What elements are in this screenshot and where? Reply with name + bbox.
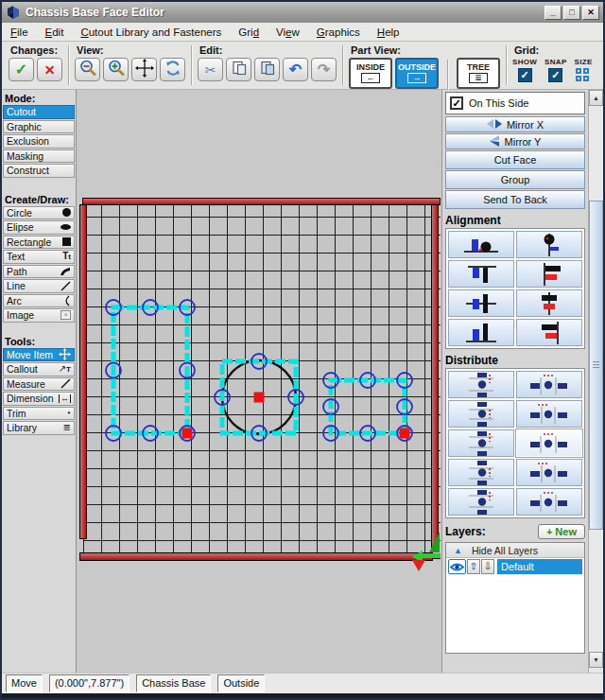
scroll-up-button[interactable]: ▲: [589, 90, 603, 106]
cut-button[interactable]: ✂: [198, 58, 223, 81]
mode-item-construct[interactable]: Construct: [3, 164, 75, 178]
mirror-y-button[interactable]: Mirror Y: [445, 133, 585, 149]
close-button[interactable]: ✕: [582, 6, 599, 20]
menu-item-graphics[interactable]: Graphics: [308, 25, 369, 40]
tool-item-library[interactable]: Library≣: [3, 421, 75, 435]
distribute-bottom-edges-button[interactable]: [448, 459, 514, 486]
new-layer-button[interactable]: + New: [538, 524, 585, 539]
distribute-centers-horizontal-button[interactable]: [516, 429, 582, 457]
align-right-edge-button[interactable]: [516, 319, 582, 346]
draw-item-elipse[interactable]: Elipse: [3, 220, 75, 235]
draw-item-label: Image: [7, 310, 34, 321]
layer-move-down-button[interactable]: ⇩: [481, 559, 494, 574]
copy-button[interactable]: [254, 58, 280, 81]
layers-panel: ▲ Hide All Layers ⇧ ⇩ Default: [445, 542, 585, 654]
anchor-marker[interactable]: [400, 429, 410, 439]
layer-visibility-button[interactable]: [448, 559, 466, 574]
menu-item-grid[interactable]: Grid: [230, 25, 268, 40]
paste-button[interactable]: [226, 58, 251, 81]
toolbar-group-edit: Edit: ✂ ↶ ↷: [198, 44, 337, 87]
tool-item-measure[interactable]: Measure: [3, 377, 75, 392]
align-bottom-line-button[interactable]: [448, 231, 514, 258]
draw-item-rectangle[interactable]: Rectangle: [3, 236, 75, 250]
canvas[interactable]: [77, 90, 441, 673]
anchor-marker[interactable]: [182, 429, 193, 439]
align-left-edge-button[interactable]: [516, 260, 582, 288]
grid-show-label: SHOW: [512, 58, 537, 66]
mode-item-graphic[interactable]: Graphic: [3, 120, 75, 134]
arc-icon: [62, 295, 71, 306]
maximize-button[interactable]: □: [563, 6, 580, 20]
distribute-horizontal-spacing-button[interactable]: [516, 400, 582, 428]
cancel-changes-button[interactable]: ✕: [37, 58, 62, 81]
create-draw-header: Create/Draw:: [3, 193, 75, 206]
distribute-left-edges-button[interactable]: [516, 371, 582, 398]
layer-move-up-button[interactable]: ⇧: [467, 559, 480, 574]
draw-item-image[interactable]: Image×: [3, 308, 75, 323]
zoom-out-button[interactable]: [75, 58, 100, 81]
on-this-side-row[interactable]: ✓ On This Side: [445, 92, 585, 114]
circle-cutout[interactable]: [215, 354, 303, 441]
tree-icon: ≣: [469, 73, 488, 83]
align-middle-line-button[interactable]: [448, 289, 514, 317]
outside-view-button[interactable]: OUTSIDE →: [395, 58, 439, 89]
align-above-line-button[interactable]: [448, 319, 514, 346]
rectangle-icon: [62, 237, 71, 246]
distribute-right-edges-button[interactable]: [516, 459, 582, 486]
zoom-in-button[interactable]: [103, 58, 129, 81]
undo-button[interactable]: ↶: [283, 58, 308, 81]
align-hang-top-button[interactable]: [448, 260, 514, 288]
rect-cutout-3[interactable]: [323, 373, 412, 441]
tree-view-button[interactable]: TREE ≣: [457, 58, 500, 89]
grid-size-button[interactable]: [576, 68, 591, 83]
layer-row[interactable]: ⇧ ⇩ Default: [446, 558, 584, 575]
draw-item-path[interactable]: Path: [3, 265, 75, 279]
tool-item-callout[interactable]: Callout↗T: [3, 362, 75, 376]
tool-item-move-item[interactable]: Move Item: [3, 348, 75, 362]
align-top-point-button[interactable]: [516, 231, 582, 258]
minimize-button[interactable]: _: [544, 6, 562, 20]
draw-item-line[interactable]: Line: [3, 279, 75, 293]
group-button[interactable]: Group: [445, 170, 585, 189]
scrollbar-thumb[interactable]: [589, 201, 603, 530]
apply-changes-button[interactable]: ✓: [9, 58, 34, 81]
align-center-line-button[interactable]: [516, 289, 582, 317]
menu-item-edit[interactable]: Edit: [37, 25, 73, 40]
menu-item-view[interactable]: View: [268, 25, 308, 40]
draw-item-text[interactable]: TextTt: [3, 250, 75, 264]
scroll-down-button[interactable]: ▼: [589, 652, 603, 668]
menu-item-cutout[interactable]: Cutout Library and Fasteners: [72, 25, 230, 40]
rect-cutout-1[interactable]: [106, 300, 195, 441]
right-panel-scrollbar[interactable]: ▲ ▼: [588, 90, 603, 673]
grid-size-label: SIZE: [575, 58, 593, 66]
mirror-x-button[interactable]: Mirror X: [445, 116, 585, 132]
canvas-shapes[interactable]: [77, 90, 441, 673]
mode-item-cutout[interactable]: Cutout: [3, 105, 75, 119]
grid-snap-checkbox[interactable]: ✓: [548, 68, 562, 82]
on-this-side-checkbox[interactable]: ✓: [450, 96, 463, 110]
distribute-top-edges-button[interactable]: [448, 371, 514, 398]
distribute-vertical-spacing-button[interactable]: [448, 400, 514, 428]
layer-name[interactable]: Default: [497, 559, 582, 574]
menu-item-help[interactable]: Help: [369, 25, 408, 40]
menu-item-file[interactable]: File: [2, 25, 37, 40]
mode-item-masking[interactable]: Masking: [3, 149, 75, 164]
redo-button[interactable]: ↷: [311, 58, 337, 81]
anchor-marker[interactable]: [254, 393, 265, 403]
cut-face-button[interactable]: Cut Face: [445, 150, 585, 169]
distribute-vertical-gaps-button[interactable]: [448, 488, 514, 516]
draw-item-circle[interactable]: Circle: [3, 206, 75, 220]
refresh-button[interactable]: [160, 58, 185, 81]
tool-item-trim[interactable]: Trim◔: [3, 407, 75, 421]
pan-button[interactable]: [131, 58, 157, 81]
move-icon: [59, 348, 71, 360]
draw-item-arc[interactable]: Arc: [3, 294, 75, 308]
hide-all-layers-row[interactable]: ▲ Hide All Layers: [446, 543, 584, 558]
send-to-back-button[interactable]: Send To Back: [445, 190, 585, 209]
mode-item-exclusion[interactable]: Exclusion: [3, 134, 75, 149]
tool-item-dimension[interactable]: Dimension↔: [3, 392, 75, 406]
distribute-horizontal-gaps-button[interactable]: [516, 488, 582, 516]
distribute-centers-vertical-button[interactable]: [448, 429, 514, 457]
inside-view-button[interactable]: INSIDE ←: [349, 58, 392, 89]
grid-show-checkbox[interactable]: ✓: [518, 68, 532, 82]
